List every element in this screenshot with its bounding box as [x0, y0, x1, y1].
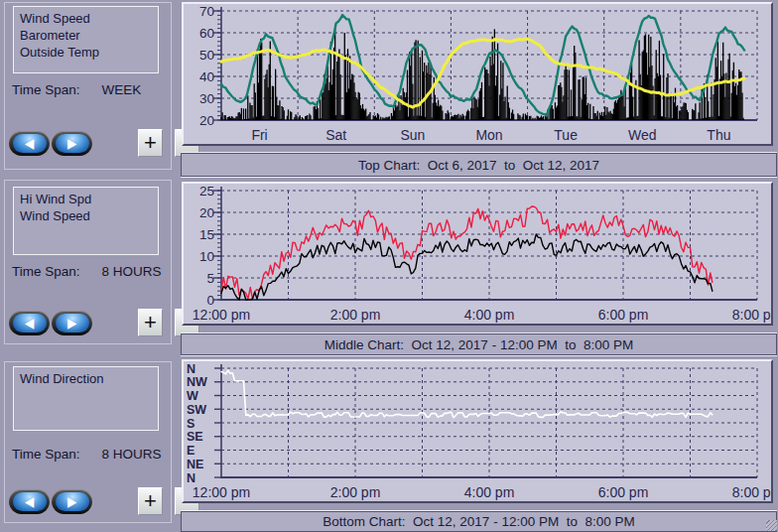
svg-text:15: 15	[199, 227, 214, 242]
plot-type-option[interactable]: Wind Speed	[20, 10, 158, 27]
time-span-row: Time Span:8 HOURS	[12, 447, 162, 462]
resize-grip[interactable]	[766, 520, 777, 531]
svg-text:Sun: Sun	[400, 127, 425, 143]
plot-type-option[interactable]: Outside Temp	[20, 44, 158, 61]
svg-text:12:00 pm: 12:00 pm	[193, 307, 250, 323]
svg-text:10: 10	[199, 249, 214, 264]
svg-text:Wed: Wed	[628, 127, 657, 143]
left-arrow-icon: ◀	[13, 134, 47, 153]
left-arrow-icon: ◀	[13, 492, 47, 511]
back-button[interactable]: ◀	[9, 489, 50, 514]
svg-text:0: 0	[206, 293, 214, 308]
svg-text:30: 30	[199, 91, 214, 106]
svg-text:8:00 pm: 8:00 pm	[732, 484, 771, 500]
top-chart-caption: Top Chart: Oct 6, 2017 to Oct 12, 2017	[181, 153, 777, 177]
time-span-row: Time Span:WEEK	[12, 82, 141, 97]
right-arrow-icon: ▶	[56, 314, 89, 332]
middle-chart-panel: 252015105012:00 pm2:00 pm4:00 pm6:00 pm8…	[182, 182, 773, 326]
svg-text:2:00 pm: 2:00 pm	[330, 484, 381, 500]
forward-button[interactable]: ▶	[52, 311, 92, 335]
svg-text:W: W	[187, 389, 198, 403]
plot-type-option[interactable]: Wind Direction	[20, 370, 158, 387]
back-button[interactable]: ◀	[9, 131, 50, 156]
top-chart: 706050403020FriSatSunMonTueWedThu	[184, 4, 771, 144]
svg-text:5: 5	[206, 271, 214, 286]
svg-text:50: 50	[199, 48, 214, 63]
middle-chart-caption: Middle Chart: Oct 12, 2017 - 12:00 PM to…	[181, 333, 777, 355]
zoom-in-button[interactable]: +	[138, 309, 163, 336]
svg-text:Sat: Sat	[325, 127, 346, 143]
top-chart-panel: 706050403020FriSatSunMonTueWedThu	[182, 2, 773, 146]
svg-text:25: 25	[199, 184, 214, 199]
svg-text:NE: NE	[187, 458, 203, 471]
left-arrow-icon: ◀	[13, 314, 47, 332]
svg-text:N: N	[187, 471, 195, 485]
forward-button[interactable]: ▶	[52, 489, 92, 514]
plot-type-listbox[interactable]: Wind Direction	[13, 366, 159, 431]
svg-text:Tue: Tue	[554, 127, 578, 143]
plot-type-option[interactable]: Wind Speed	[20, 207, 158, 224]
svg-text:Mon: Mon	[475, 127, 502, 143]
bottom-chart: NNWWSWSSEENEN12:00 pm2:00 pm4:00 pm6:00 …	[184, 361, 771, 501]
svg-text:NW: NW	[187, 375, 207, 389]
svg-text:Thu: Thu	[707, 127, 730, 143]
time-span-value: WEEK	[102, 82, 142, 97]
svg-text:60: 60	[199, 26, 214, 41]
bottom-chart-panel: NNWWSWSSEENEN12:00 pm2:00 pm4:00 pm6:00 …	[182, 359, 773, 503]
svg-text:4:00 pm: 4:00 pm	[464, 307, 515, 323]
plot-type-listbox[interactable]: Wind Speed Barometer Outside Temp	[13, 6, 159, 73]
svg-text:6:00 pm: 6:00 pm	[598, 307, 649, 323]
bottom-chart-controls-group: Wind Direction Time Span:8 HOURS ◀ ▶ + −	[4, 361, 172, 523]
svg-text:20: 20	[199, 205, 214, 220]
svg-text:Fri: Fri	[251, 127, 267, 143]
right-arrow-icon: ▶	[56, 134, 89, 153]
time-span-label: Time Span:	[12, 447, 80, 462]
svg-text:SE: SE	[187, 430, 203, 444]
svg-text:N: N	[187, 362, 195, 376]
plot-type-option[interactable]: Barometer	[20, 27, 158, 44]
weather-app-window: { "window": {"background": "#9b9ab2"}, "…	[0, 0, 778, 532]
right-arrow-icon: ▶	[56, 492, 89, 511]
svg-text:12:00 pm: 12:00 pm	[193, 484, 250, 500]
time-span-label: Time Span:	[12, 264, 80, 279]
svg-text:SW: SW	[187, 403, 206, 417]
svg-text:70: 70	[199, 4, 214, 19]
svg-text:40: 40	[199, 69, 214, 84]
middle-chart-controls-group: Hi Wind Spd Wind Speed Time Span:8 HOURS…	[4, 180, 172, 344]
plot-type-listbox[interactable]: Hi Wind Spd Wind Speed	[13, 187, 159, 255]
forward-button[interactable]: ▶	[52, 131, 92, 156]
zoom-in-button[interactable]: +	[138, 487, 163, 515]
time-span-label: Time Span:	[12, 82, 80, 97]
bottom-chart-caption: Bottom Chart: Oct 12, 2017 - 12:00 PM to…	[181, 511, 777, 532]
svg-text:4:00 pm: 4:00 pm	[464, 484, 515, 500]
svg-text:8:00 pm: 8:00 pm	[732, 307, 771, 323]
time-span-value: 8 HOURS	[102, 264, 162, 279]
zoom-in-button[interactable]: +	[138, 129, 163, 157]
svg-text:E: E	[187, 444, 194, 458]
plot-type-option[interactable]: Hi Wind Spd	[20, 191, 158, 207]
top-chart-controls-group: Wind Speed Barometer Outside Temp Time S…	[4, 2, 172, 170]
svg-text:S: S	[187, 417, 194, 431]
svg-text:2:00 pm: 2:00 pm	[330, 307, 381, 323]
middle-chart: 252015105012:00 pm2:00 pm4:00 pm6:00 pm8…	[184, 184, 771, 324]
svg-text:20: 20	[199, 113, 214, 128]
time-span-row: Time Span:8 HOURS	[12, 264, 162, 279]
time-span-value: 8 HOURS	[102, 447, 162, 462]
svg-text:6:00 pm: 6:00 pm	[598, 484, 649, 500]
back-button[interactable]: ◀	[9, 311, 50, 335]
